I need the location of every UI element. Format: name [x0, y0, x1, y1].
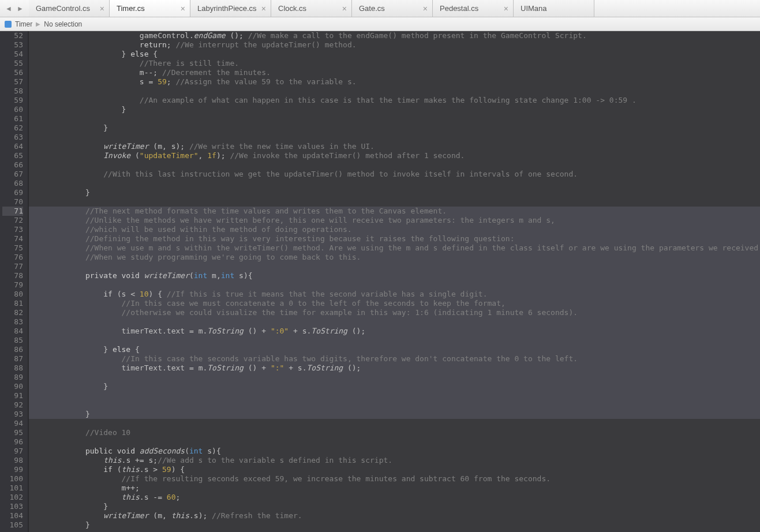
code-line[interactable]: //With this last instruction we get the …: [29, 170, 760, 179]
tab-gate-cs[interactable]: Gate.cs×: [352, 0, 433, 17]
code-line[interactable]: }: [29, 502, 760, 511]
tab-labyrinthpiece-cs[interactable]: LabyrinthPiece.cs×: [190, 0, 271, 17]
code-line[interactable]: this.s -= 60;: [29, 493, 760, 502]
close-icon[interactable]: ×: [504, 4, 508, 13]
code-line[interactable]: //which will be used within the method o…: [29, 225, 760, 234]
line-number: 66: [2, 160, 23, 170]
breadcrumb-file[interactable]: Timer: [15, 20, 32, 28]
breadcrumb-selection[interactable]: No selection: [44, 20, 82, 28]
code-line[interactable]: public void addSeconds(int s){: [29, 447, 760, 456]
code-line[interactable]: //Unlike the methods we have written bef…: [29, 216, 760, 225]
tab-gamecontrol-cs[interactable]: GameControl.cs×: [29, 0, 110, 17]
code-line[interactable]: private void writeTimer(int m,int s){: [29, 271, 760, 280]
code-line[interactable]: }: [29, 105, 760, 114]
line-number: 78: [2, 271, 23, 280]
line-number: 83: [2, 317, 23, 327]
line-number: 89: [2, 373, 23, 382]
chevron-right-icon: ▶: [36, 21, 40, 27]
line-number: 62: [2, 123, 23, 133]
code-line[interactable]: m++;: [29, 484, 760, 493]
code-line[interactable]: [29, 391, 760, 400]
close-icon[interactable]: ×: [423, 4, 428, 13]
code-line[interactable]: //Video 10: [29, 428, 760, 437]
line-number: 55: [2, 59, 23, 68]
code-editor[interactable]: 5253545556575859606162636465666768697071…: [0, 31, 760, 532]
code-line[interactable]: [29, 400, 760, 410]
close-icon[interactable]: ×: [100, 4, 104, 13]
code-line[interactable]: s = 59; //Assign the value 59 to the var…: [29, 77, 760, 87]
code-line[interactable]: [29, 317, 760, 327]
line-number: 60: [2, 105, 23, 114]
line-number: 90: [2, 382, 23, 391]
line-number: 65: [2, 151, 23, 160]
line-number: 87: [2, 354, 23, 364]
code-line[interactable]: timerText.text = m.ToString () + ":0" + …: [29, 327, 760, 336]
code-line[interactable]: [29, 197, 760, 207]
close-icon[interactable]: ×: [342, 4, 347, 13]
tab-label: Gate.cs: [359, 4, 385, 13]
line-number: 77: [2, 262, 23, 271]
code-line[interactable]: }: [29, 382, 760, 391]
code-line[interactable]: //In this case the seconds variable has …: [29, 354, 760, 364]
line-number: 104: [2, 511, 23, 520]
code-line[interactable]: m--; //Decrement the minutes.: [29, 68, 760, 77]
code-line[interactable]: //The next method formats the time value…: [29, 207, 760, 216]
code-line[interactable]: [29, 437, 760, 447]
code-line[interactable]: [29, 179, 760, 188]
line-number: 73: [2, 225, 23, 234]
close-icon[interactable]: ×: [261, 4, 266, 13]
code-line[interactable]: [29, 262, 760, 271]
code-area[interactable]: gameControl.endGame (); //We make a call…: [29, 31, 760, 532]
line-number: 86: [2, 345, 23, 354]
code-line[interactable]: //If the resulting seconds exceed 59, we…: [29, 474, 760, 484]
code-line[interactable]: [29, 133, 760, 142]
code-line[interactable]: if (this.s > 59) {: [29, 465, 760, 474]
code-line[interactable]: [29, 160, 760, 170]
code-line[interactable]: }: [29, 410, 760, 419]
breadcrumb-bar: Timer ▶ No selection: [0, 17, 760, 31]
code-line[interactable]: //In this case we must concatenate a 0 t…: [29, 299, 760, 308]
code-line[interactable]: //There is still time.: [29, 59, 760, 68]
line-number: 75: [2, 243, 23, 253]
tab-uimana[interactable]: UIMana: [514, 0, 594, 17]
code-line[interactable]: }: [29, 123, 760, 133]
code-line[interactable]: writeTimer (m, this.s); //Refresh the ti…: [29, 511, 760, 520]
code-line[interactable]: Invoke ("updateTimer", 1f); //We invoke …: [29, 151, 760, 160]
code-line[interactable]: this.s += s;//We add s to the variable s…: [29, 456, 760, 465]
close-icon[interactable]: ×: [181, 4, 185, 13]
code-line[interactable]: [29, 280, 760, 290]
code-line[interactable]: timerText.text = m.ToString () + ":" + s…: [29, 364, 760, 373]
tab-label: Clock.cs: [278, 4, 306, 13]
code-line[interactable]: } else {: [29, 50, 760, 59]
line-number: 76: [2, 253, 23, 262]
code-line[interactable]: //otherwise we could visualize the time …: [29, 308, 760, 317]
code-line[interactable]: if (s < 10) { //If this is true it means…: [29, 290, 760, 299]
line-number: 105: [2, 520, 23, 530]
code-line[interactable]: [29, 87, 760, 96]
code-line[interactable]: }: [29, 188, 760, 197]
tab-timer-cs[interactable]: Timer.cs×: [110, 0, 190, 17]
nav-back-button[interactable]: ◄: [3, 3, 14, 14]
line-number-gutter: 5253545556575859606162636465666768697071…: [0, 31, 29, 532]
nav-forward-button[interactable]: ►: [14, 3, 26, 14]
line-number: 57: [2, 77, 23, 87]
code-line[interactable]: //When we use m and s within the writeTi…: [29, 243, 760, 253]
code-line[interactable]: [29, 336, 760, 345]
code-line[interactable]: }: [29, 520, 760, 530]
code-line[interactable]: //When we study programming we're going …: [29, 253, 760, 262]
code-line[interactable]: //An example of what can happen in this …: [29, 96, 760, 105]
tab-clock-cs[interactable]: Clock.cs×: [271, 0, 352, 17]
code-line[interactable]: gameControl.endGame (); //We make a call…: [29, 31, 760, 40]
code-line[interactable]: } else {: [29, 345, 760, 354]
line-number: 71: [2, 207, 23, 216]
code-line[interactable]: [29, 419, 760, 428]
line-number: 95: [2, 428, 23, 437]
line-number: 88: [2, 364, 23, 373]
code-line[interactable]: writeTimer (m, s); //We write the new ti…: [29, 142, 760, 151]
code-line[interactable]: [29, 373, 760, 382]
code-line[interactable]: [29, 114, 760, 123]
tab-pedestal-cs[interactable]: Pedestal.cs×: [433, 0, 514, 17]
code-line[interactable]: //Defining the method in this way is ver…: [29, 234, 760, 243]
line-number: 81: [2, 299, 23, 308]
code-line[interactable]: return; //We interrupt the updateTimer()…: [29, 40, 760, 50]
